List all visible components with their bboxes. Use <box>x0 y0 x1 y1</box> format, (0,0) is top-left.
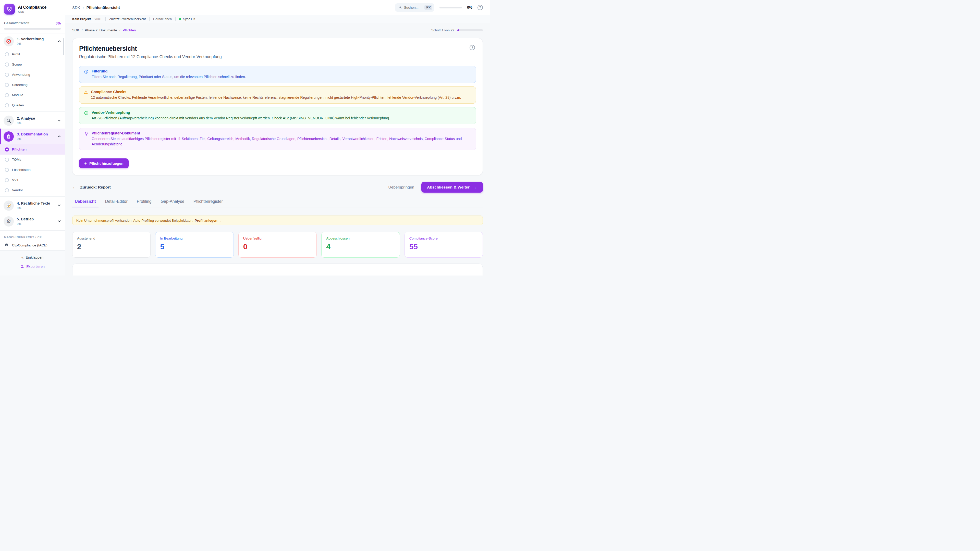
info-box-pflichtenregister: Pflichtenregister-Dokument Generieren Si… <box>79 128 476 150</box>
breadcrumb-current: Pflichtenübersicht <box>86 5 120 10</box>
pflichten-overview-card: Pflichtenuebersicht ? Regulatorische Pfl… <box>72 38 483 175</box>
step-progress-bar <box>457 29 483 31</box>
radio-circle-icon <box>5 158 9 162</box>
app-title: AI Compliance <box>18 5 46 10</box>
info-box-body: 12 automatische Checks: Fehlende Verantw… <box>91 95 461 100</box>
add-pflicht-button[interactable]: + Pflicht hinzufuegen <box>79 159 129 168</box>
info-box-title: Pflichtenregister-Dokument <box>92 131 471 135</box>
plus-icon: + <box>84 161 87 166</box>
overall-progress-value: 0% <box>56 21 61 25</box>
search-icon <box>398 5 402 10</box>
sidebar-nav: 1. Vorbereitung 0% Profil Scope Anwendun… <box>0 33 65 232</box>
overall-progress-bar <box>4 28 61 30</box>
stat-card-ausstehend: Ausstehend 2 <box>72 232 151 258</box>
search-input[interactable]: ⌘K <box>395 3 434 12</box>
app-subtitle: SDK <box>18 10 46 14</box>
sidebar-item-scope[interactable]: Scope <box>0 59 65 70</box>
page-breadcrumb: SDK / Phase 2: Dokumente / Pflichten Sch… <box>72 28 483 32</box>
sidebar-section-vorbereitung[interactable]: 1. Vorbereitung 0% <box>0 33 65 49</box>
tab-profiling[interactable]: Profiling <box>134 197 154 207</box>
export-button[interactable]: Exportieren <box>0 264 65 269</box>
sidebar-scrollbar-thumb[interactable] <box>63 38 64 55</box>
header-progress-value: 0% <box>467 5 473 10</box>
info-circle-icon <box>84 69 89 79</box>
sidebar-item-loeschfristen[interactable]: Löschfristen <box>0 165 65 175</box>
tab-detail-editor[interactable]: Detail-Editor <box>103 197 130 207</box>
back-to-report-link[interactable]: ← Zurueck: Report <box>72 184 111 190</box>
banner-text: Kein Unternehmensprofil vorhanden. Auto-… <box>76 219 193 222</box>
last-visited-label: Zuletzt: Pflichtenübersicht <box>109 17 146 21</box>
lightbulb-icon <box>84 131 89 147</box>
ce-compliance-label: CE-Compliance (IACE) <box>12 243 48 247</box>
gear-icon: ⚙ <box>3 216 14 227</box>
sidebar-item-toms[interactable]: TOMs <box>0 155 65 165</box>
section-label: 3. Dokumentation <box>17 132 48 137</box>
tab-uebersicht[interactable]: Uebersicht <box>72 197 99 207</box>
sidebar-item-screening[interactable]: Screening <box>0 80 65 90</box>
create-profile-link[interactable]: Profil anlegen → <box>195 219 222 222</box>
sidebar-item-profil[interactable]: Profil <box>0 49 65 59</box>
slash-separator: / <box>119 28 121 32</box>
divider <box>105 17 106 21</box>
memo-icon <box>3 200 14 211</box>
add-pflicht-label: Pflicht hinzufuegen <box>89 162 124 165</box>
stat-label: Compliance-Score <box>409 237 478 240</box>
radio-circle-icon <box>5 168 9 172</box>
header-progress-bar <box>439 6 462 8</box>
divider <box>0 111 65 112</box>
info-box-body: Filtern Sie nach Regulierung, Prioritaet… <box>92 74 246 79</box>
radio-circle-icon <box>5 62 9 67</box>
breadcrumb-root-link[interactable]: SDK <box>72 5 80 10</box>
sidebar-section-betrieb[interactable]: ⚙ 5. Betrieb 0% <box>0 213 65 229</box>
slash-separator: / <box>82 28 83 32</box>
section-percent: 0% <box>17 42 44 46</box>
profile-warning-banner: Kein Unternehmensprofil vorhanden. Auto-… <box>72 216 483 225</box>
section-label: 2. Analyse <box>17 116 35 121</box>
section-label: 4. Rechtliche Texte <box>17 201 50 206</box>
overall-progress: Gesamtfortschritt 0% <box>0 18 65 33</box>
arrow-right-icon: → <box>473 185 477 190</box>
divider <box>149 17 150 21</box>
info-box-title: Compliance-Checks <box>91 90 461 94</box>
help-icon[interactable]: ? <box>477 5 483 10</box>
breadcrumb-sdk-link[interactable]: SDK <box>72 28 80 32</box>
wizard-nav-row: ← Zurueck: Report Ueberspringen Abschlie… <box>72 182 483 192</box>
page-subtitle: Regulatorische Pflichten mit 12 Complian… <box>79 55 476 59</box>
sync-status-label: Sync OK <box>183 17 196 21</box>
collapse-sidebar-button[interactable]: « Einklappen <box>0 255 65 260</box>
warning-triangle-icon: ⚠ <box>84 90 88 100</box>
tab-pflichtenregister[interactable]: Pflichtenregister <box>191 197 225 207</box>
sidebar-item-quellen[interactable]: Quellen <box>0 100 65 110</box>
sidebar-section-dokumentation[interactable]: 3. Dokumentation 0% <box>0 129 65 144</box>
card-help-icon[interactable]: ? <box>469 45 475 50</box>
sidebar-item-pflichten[interactable]: Pflichten <box>0 144 65 155</box>
section-percent: 0% <box>17 121 35 125</box>
breadcrumb-phase-link[interactable]: Phase 2: Dokumente <box>85 28 117 32</box>
tab-gap-analyse[interactable]: Gap-Analyse <box>158 197 187 207</box>
next-section-card <box>72 264 483 275</box>
info-box-list: Filterung Filtern Sie nach Regulierung, … <box>79 66 476 150</box>
info-box-body: Generieren Sie ein auditfaehiges Pflicht… <box>92 136 471 147</box>
sidebar-item-module[interactable]: Module <box>0 90 65 100</box>
sidebar-item-vendor[interactable]: Vendor <box>0 185 65 195</box>
stat-label: In Bearbeitung <box>160 237 229 240</box>
export-label: Exportieren <box>26 265 45 268</box>
stat-card-ueberfaellig: Ueberfaellig 0 <box>239 232 317 258</box>
radio-circle-icon <box>5 52 9 56</box>
sidebar-footer: « Einklappen Exportieren <box>0 250 65 275</box>
chevron-down-icon <box>57 203 61 207</box>
section-label: 5. Betrieb <box>17 217 34 221</box>
sidebar: AI Compliance SDK Gesamtfortschritt 0% 1… <box>0 0 65 275</box>
stat-value: 0 <box>243 242 312 251</box>
info-box-filterung: Filterung Filtern Sie nach Regulierung, … <box>79 66 476 83</box>
skip-button[interactable]: Ueberspringen <box>388 185 414 189</box>
sidebar-item-vvt[interactable]: VVT <box>0 175 65 185</box>
sidebar-section-rechtliche-texte[interactable]: 4. Rechtliche Texte 0% <box>0 198 65 213</box>
search-field[interactable] <box>404 6 422 10</box>
sidebar-section-analyse[interactable]: 2. Analyse 0% <box>0 113 65 129</box>
info-box-title: Filterung <box>92 69 246 73</box>
sidebar-item-anwendung[interactable]: Anwendung <box>0 70 65 80</box>
finish-and-next-button[interactable]: Abschliessen & Weiter → <box>422 182 483 192</box>
sidebar-item-ce-compliance[interactable]: CE-Compliance (IACE) <box>0 240 65 250</box>
stat-value: 2 <box>77 242 146 251</box>
